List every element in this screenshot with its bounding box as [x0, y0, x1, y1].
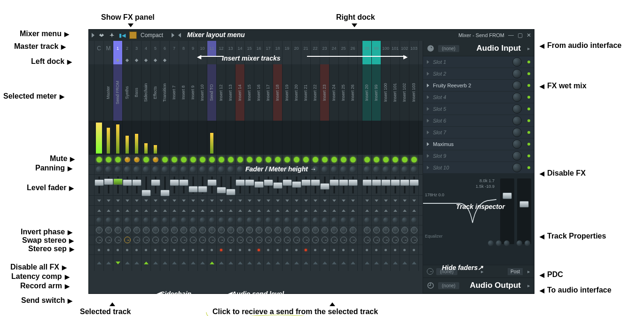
swap-7[interactable] [151, 206, 160, 215]
fxoff-13[interactable] [207, 225, 217, 235]
track-name-cell-32[interactable]: Insert 100 [381, 64, 391, 121]
pdc-clock-icon[interactable] [427, 268, 433, 275]
ssep-9[interactable] [170, 216, 179, 225]
track-name-cell-8[interactable]: Transition [160, 64, 170, 121]
fader-34[interactable] [400, 175, 409, 195]
pan-33[interactable] [391, 165, 400, 174]
send-11[interactable] [188, 255, 198, 271]
wet-knob[interactable] [512, 116, 522, 125]
latency-26[interactable] [330, 235, 339, 245]
send-6[interactable] [141, 255, 151, 271]
phase-20[interactable] [273, 196, 283, 205]
pan-35[interactable] [409, 165, 419, 174]
track-header-8[interactable]: 6 [160, 41, 170, 56]
fader-2[interactable] [104, 175, 113, 195]
track-header-1[interactable]: C [94, 41, 104, 56]
fxoff-19[interactable] [264, 225, 273, 235]
swap-26[interactable] [330, 206, 339, 215]
fader-14[interactable] [217, 175, 226, 195]
recarm-27[interactable] [339, 245, 348, 254]
track-icon-31[interactable] [372, 56, 381, 64]
track-icon-1[interactable] [94, 56, 104, 64]
wet-knob[interactable] [512, 104, 522, 114]
track-name-cell-3[interactable]: Send FROM [113, 64, 123, 121]
track-header-27[interactable]: 25 [339, 41, 348, 56]
swap-24[interactable] [311, 206, 320, 215]
phase-32[interactable] [381, 196, 391, 205]
swallow-icon[interactable] [98, 32, 105, 39]
fxoff-34[interactable] [400, 225, 409, 235]
fxoff-6[interactable] [141, 225, 151, 235]
track-header-24[interactable]: 22 [311, 41, 320, 56]
fader-30[interactable] [362, 175, 372, 195]
track-name-cell-16[interactable]: Insert 14 [236, 64, 245, 121]
send-0[interactable] [89, 255, 94, 271]
fader-31[interactable] [372, 175, 381, 195]
fx-slot-1[interactable]: Slot 2 [423, 68, 534, 80]
recarm-13[interactable] [207, 245, 217, 254]
ssep-4[interactable] [123, 216, 132, 225]
track-header-9[interactable]: 7 [170, 41, 179, 56]
phase-30[interactable] [362, 196, 372, 205]
fader-13[interactable] [207, 175, 217, 195]
swap-33[interactable] [391, 206, 400, 215]
ssep-0[interactable] [89, 216, 94, 225]
phase-29[interactable] [358, 196, 362, 205]
phase-11[interactable] [188, 196, 198, 205]
ssep-20[interactable] [273, 216, 283, 225]
phase-9[interactable] [170, 196, 179, 205]
recarm-5[interactable] [132, 245, 141, 254]
eq-knob-2[interactable] [496, 240, 502, 246]
latency-27[interactable] [339, 235, 348, 245]
layout-next-arrow[interactable] [178, 33, 181, 38]
phase-28[interactable] [348, 196, 358, 205]
fxoff-0[interactable] [89, 225, 94, 235]
fader-29[interactable] [358, 175, 362, 195]
track-icon-32[interactable] [381, 56, 391, 64]
ssep-28[interactable] [348, 216, 358, 225]
phase-12[interactable] [198, 196, 207, 205]
fx-slot-8[interactable]: Slot 9 [423, 150, 534, 162]
send-1[interactable] [94, 255, 104, 271]
latency-33[interactable] [391, 235, 400, 245]
latency-28[interactable] [348, 235, 358, 245]
swap-5[interactable] [132, 206, 141, 215]
latency-30[interactable] [362, 235, 372, 245]
mute-25[interactable] [320, 155, 330, 164]
recarm-21[interactable] [283, 245, 292, 254]
track-icon-4[interactable] [123, 56, 132, 64]
mute-2[interactable] [104, 155, 113, 164]
recarm-15[interactable] [226, 245, 236, 254]
swap-2[interactable] [104, 206, 113, 215]
phase-19[interactable] [264, 196, 273, 205]
send-26[interactable] [330, 255, 339, 271]
pan-3[interactable] [113, 165, 123, 174]
send-27[interactable] [339, 255, 348, 271]
wet-knob[interactable] [512, 92, 522, 102]
track-icon-29[interactable] [358, 56, 362, 64]
fader-17[interactable] [245, 175, 254, 195]
track-header-26[interactable]: 24 [330, 41, 339, 56]
swap-10[interactable] [179, 206, 188, 215]
recarm-20[interactable] [273, 245, 283, 254]
swap-31[interactable] [372, 206, 381, 215]
pan-4[interactable] [123, 165, 132, 174]
ssep-29[interactable] [358, 216, 362, 225]
track-header-15[interactable]: 13 [226, 41, 236, 56]
fxoff-20[interactable] [273, 225, 283, 235]
fx-enable-dot[interactable] [527, 96, 530, 99]
show-fx-toggle[interactable] [129, 31, 137, 39]
mixer-menu-arrow[interactable] [92, 33, 94, 38]
recarm-8[interactable] [160, 245, 170, 254]
mute-10[interactable] [179, 155, 188, 164]
track-header-29[interactable] [358, 41, 362, 56]
swap-12[interactable] [198, 206, 207, 215]
send-12[interactable] [198, 255, 207, 271]
latency-7[interactable] [151, 235, 160, 245]
fxoff-4[interactable] [123, 225, 132, 235]
fxoff-22[interactable] [292, 225, 301, 235]
send-35[interactable] [409, 255, 419, 271]
pan-25[interactable] [320, 165, 330, 174]
track-name-cell-33[interactable]: Insert 101 [391, 64, 400, 121]
pan-30[interactable] [362, 165, 372, 174]
